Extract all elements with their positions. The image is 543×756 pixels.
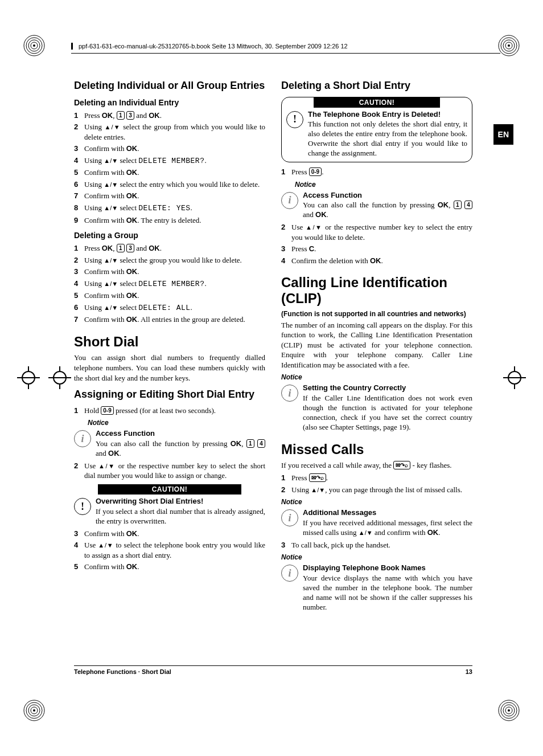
info-icon: i xyxy=(74,430,91,447)
steps-delete-short-a: Press 0-9. xyxy=(281,167,472,177)
svg-point-9 xyxy=(508,44,510,47)
step-item: Press OK, 1 3 and OK. xyxy=(74,111,265,121)
step-item: Press C. xyxy=(281,244,472,254)
step-item: Hold 0-9 pressed (for at least two secon… xyxy=(74,406,265,416)
callout-title: Access Function xyxy=(303,191,472,201)
warning-icon: ! xyxy=(286,111,303,128)
callout-body: If you have received additional messages… xyxy=(303,518,472,537)
step-item: Use ▲/▼ or the respective number key to … xyxy=(74,461,265,481)
step-item: Confirm the deletion with OK. xyxy=(281,256,472,266)
step-item: Using ▲/▼, you can page through the list… xyxy=(281,485,472,495)
short-dial-intro: You can assign short dial numbers to fre… xyxy=(74,353,265,383)
heading-delete-group: Deleting a Group xyxy=(74,231,265,240)
callout-title: Additional Messages xyxy=(303,508,472,518)
step-item: Confirm with OK. xyxy=(74,562,265,572)
step-item: Confirm with OK. xyxy=(74,291,265,301)
step-item: Confirm with OK. xyxy=(74,144,265,154)
heading-short-dial: Short Dial xyxy=(74,334,265,350)
step-item: Press OK, 1 3 and OK. xyxy=(74,243,265,254)
step-item: Using ▲/▼ select DELETE: YES. xyxy=(74,203,265,214)
notice-label: Notice xyxy=(295,181,472,189)
step-item: Use ▲/▼ to select the telephone book ent… xyxy=(74,540,265,560)
step-item: Confirm with OK. The entry is deleted. xyxy=(74,215,265,226)
info-icon: i xyxy=(281,385,298,402)
callout-country: i Setting the Country Correctly If the C… xyxy=(281,383,472,432)
step-item: Using ▲/▼ select DELETE: ALL. xyxy=(74,303,265,313)
step-item: Confirm with OK. xyxy=(74,167,265,178)
step-item: Confirm with OK. xyxy=(74,267,265,277)
callout-body: If you select a short dial number that i… xyxy=(96,507,265,525)
step-item: To call back, pick up the handset. xyxy=(281,540,472,550)
callout-title: Setting the Country Correctly xyxy=(303,383,472,393)
callout-title: Overwriting Short Dial Entries! xyxy=(96,497,265,506)
step-item: Using ▲/▼ select DELETE MEMBER?. xyxy=(74,279,265,289)
callout-body: Your device displays the name with which… xyxy=(303,574,472,611)
heading-missed-calls: Missed Calls xyxy=(281,442,472,457)
step-item: Using ▲/▼ select the entry which you wou… xyxy=(74,179,265,190)
steps-delete-short-b: Use ▲/▼ or the respective number key to … xyxy=(281,222,472,265)
callout-overwrite: ! Overwriting Short Dial Entries! If you… xyxy=(74,497,265,526)
step-item: Using ▲/▼ select DELETE MEMBER?. xyxy=(74,156,265,166)
step-item: Press 0-9. xyxy=(281,167,472,177)
step-item: Confirm with OK. xyxy=(74,191,265,201)
heading-assign-short-dial: Assigning or Editing Short Dial Entry xyxy=(74,389,265,401)
info-icon: i xyxy=(281,565,298,582)
reg-mark-tl xyxy=(23,34,46,57)
callout-body: You can also call the function by pressi… xyxy=(303,201,472,219)
clip-subtitle: (Function is not supported in all countr… xyxy=(281,310,472,318)
crop-mark-left xyxy=(51,369,68,386)
callout-access-function-left: i Access Function You can also call the … xyxy=(74,429,265,459)
heading-delete-short-dial: Deleting a Short Dial Entry xyxy=(281,80,472,92)
clip-body: The number of an incoming call appears o… xyxy=(281,320,472,370)
step-item: Confirm with OK. xyxy=(74,529,265,539)
info-icon: i xyxy=(281,192,298,209)
heading-delete-individual: Deleting an Individual Entry xyxy=(74,98,265,107)
notice-label: Notice xyxy=(281,373,472,381)
warning-box-telephone-deleted: CAUTION! ! The Telephone Book Entry is D… xyxy=(281,97,472,162)
callout-access-function-right: i Access Function You can also call the … xyxy=(281,191,472,220)
notice-label: Notice xyxy=(88,419,265,427)
info-icon: i xyxy=(281,509,298,526)
callout-additional-messages: i Additional Messages If you have receiv… xyxy=(281,508,472,538)
callout-body: This function not only deletes the short… xyxy=(308,120,467,157)
notice-label: Notice xyxy=(281,553,472,561)
crop-mark-left2 xyxy=(20,369,37,386)
language-tab: EN xyxy=(493,124,513,145)
callout-title: The Telephone Book Entry is Deleted! xyxy=(308,110,467,120)
callout-title: Displaying Telephone Book Names xyxy=(303,563,472,573)
left-column: Deleting Individual or All Group Entries… xyxy=(74,74,265,615)
steps-missed-b: To call back, pick up the handset. xyxy=(281,540,472,550)
caution-bar-left: CAUTION! xyxy=(98,484,241,495)
footer-left: Telephone Functions · Short Dial xyxy=(74,668,171,675)
step-item: Using ▲/▼ select the group from which yo… xyxy=(74,122,265,142)
heading-delete-group-entries: Deleting Individual or All Group Entries xyxy=(74,80,265,92)
callout-body: If the Caller Line Identification does n… xyxy=(303,394,472,431)
step-item: Using ▲/▼ select the group you would lik… xyxy=(74,255,265,265)
reg-mark-tr xyxy=(497,34,520,57)
svg-point-4 xyxy=(33,44,35,47)
steps-assign-b: Use ▲/▼ or the respective number key to … xyxy=(74,461,265,481)
svg-point-19 xyxy=(508,709,510,712)
steps-assign-c: Confirm with OK.Use ▲/▼ to select the te… xyxy=(74,529,265,572)
heading-clip: Calling Line Identification (CLIP) xyxy=(281,275,472,306)
reg-mark-br xyxy=(497,699,520,722)
crop-mark-right xyxy=(506,369,523,386)
page-footer: Telephone Functions · Short Dial 13 xyxy=(74,665,472,675)
step-item: Use ▲/▼ or the respective number key to … xyxy=(281,222,472,242)
caution-bar-right: CAUTION! xyxy=(314,97,441,108)
steps-missed-a: Press ✉↷⌕.Using ▲/▼, you can page throug… xyxy=(281,473,472,495)
step-item: Press ✉↷⌕. xyxy=(281,473,472,483)
header-text: ppf-631-631-eco-manual-uk-253120765-b.bo… xyxy=(79,43,348,50)
steps-assign-a: Hold 0-9 pressed (for at least two secon… xyxy=(74,406,265,416)
warning-icon: ! xyxy=(74,498,91,515)
notice-label: Notice xyxy=(281,498,472,506)
missed-intro: If you received a call while away, the ✉… xyxy=(281,460,472,471)
callout-title: Access Function xyxy=(96,429,265,439)
footer-page-number: 13 xyxy=(466,668,472,675)
callout-phonebook-names: i Displaying Telephone Book Names Your d… xyxy=(281,563,472,612)
steps-delete-group: Press OK, 1 3 and OK.Using ▲/▼ select th… xyxy=(74,243,265,325)
reg-mark-bl xyxy=(23,699,46,722)
step-item: Confirm with OK. All entries in the grou… xyxy=(74,314,265,325)
steps-delete-individual: Press OK, 1 3 and OK.Using ▲/▼ select th… xyxy=(74,111,265,225)
right-column: Deleting a Short Dial Entry CAUTION! ! T… xyxy=(281,74,472,615)
